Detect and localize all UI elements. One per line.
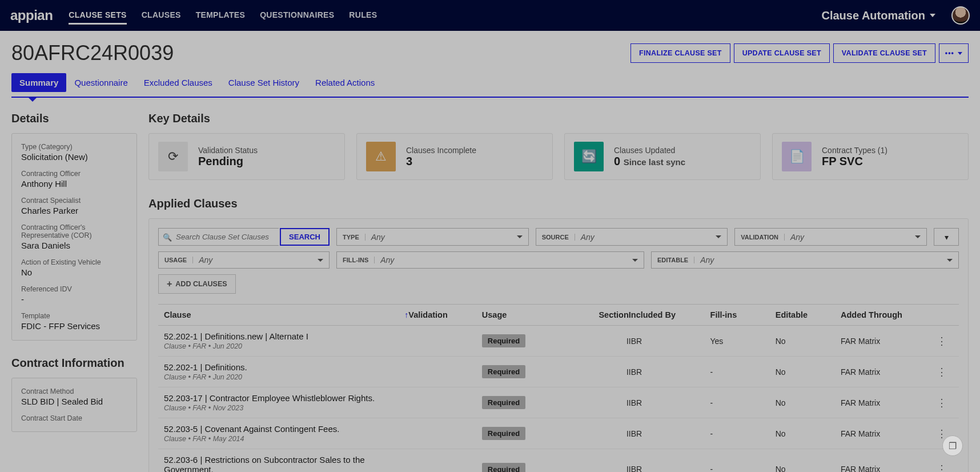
sync-icon: 🔄	[574, 142, 604, 171]
filter-label: TYPE	[343, 234, 366, 241]
detail-label: Contract Start Date	[21, 414, 127, 422]
clauses-table: Clause ↑ Validation Usage Section Includ…	[158, 304, 959, 472]
table-row[interactable]: 52.203-6 | Restrictions on Subcontractor…	[158, 449, 959, 472]
fillins-filter[interactable]: FILL-INS Any	[336, 251, 644, 269]
row-menu-button[interactable]: ⋮	[930, 335, 953, 347]
key-detail-card: 🔄Clauses Updated0 Since last sync	[564, 133, 761, 180]
app-switcher[interactable]: Clause Automation	[822, 9, 936, 22]
nav-item-rules[interactable]: RULES	[349, 7, 377, 25]
cell-included-by: IBR	[629, 429, 710, 438]
more-actions-button[interactable]: •••	[939, 43, 969, 63]
kd-label: Contract Types (1)	[822, 146, 887, 155]
cell-editable: No	[776, 337, 841, 346]
search-button[interactable]: SEARCH	[280, 228, 330, 246]
finalize-clause-set-button[interactable]: FINALIZE CLAUSE SET	[630, 43, 730, 63]
filter-label: EDITABLE	[657, 257, 694, 263]
chevron-down-icon	[716, 235, 721, 238]
usage-badge: Required	[482, 334, 525, 347]
cell-added-through: FAR Matrix	[841, 337, 930, 346]
cell-included-by: IBR	[629, 367, 710, 377]
funnel-icon: ▾	[945, 233, 949, 242]
row-menu-button[interactable]: ⋮	[930, 366, 953, 378]
key-details-row: ⟳Validation StatusPending⚠Clauses Incomp…	[148, 133, 969, 180]
cell-included-by: IBR	[629, 465, 710, 472]
clause-title: 52.203-17 | Contractor Employee Whistleb…	[164, 393, 408, 403]
kd-value: Pending	[198, 155, 258, 168]
col-usage[interactable]: Usage	[482, 310, 564, 319]
detail-label: Contracting Officer's Representative (CO…	[21, 223, 127, 239]
col-included-by[interactable]: Included By	[629, 310, 710, 319]
validate-clause-set-button[interactable]: VALIDATE CLAUSE SET	[833, 43, 935, 63]
detail-label: Template	[21, 312, 127, 320]
detail-value: Anthony Hill	[21, 179, 127, 189]
record-tabs: SummaryQuestionnaireExcluded ClausesClau…	[0, 73, 980, 93]
clause-title: 52.203-6 | Restrictions on Subcontractor…	[164, 455, 408, 472]
chevron-down-icon	[517, 235, 523, 238]
table-row[interactable]: 52.202-1 | Definitions.Clause • FAR • Ju…	[158, 357, 959, 387]
clause-title: 52.202-1 | Definitions.new | Alternate I	[164, 331, 408, 341]
detail-label: Contract Specialist	[21, 197, 127, 205]
tab-excluded-clauses[interactable]: Excluded Clauses	[136, 73, 220, 92]
tab-clause-set-history[interactable]: Clause Set History	[220, 73, 307, 92]
clause-subtitle: Clause • FAR • Jun 2020	[164, 342, 408, 350]
clause-subtitle: Clause • FAR • May 2014	[164, 435, 408, 443]
table-row[interactable]: 52.203-5 | Covenant Against Contingent F…	[158, 418, 959, 449]
detail-label: Type (Category)	[21, 143, 127, 151]
filter-toggle-button[interactable]: ▾	[934, 228, 959, 246]
nav-items: CLAUSE SETSCLAUSESTEMPLATESQUESTIONNAIRE…	[69, 7, 377, 25]
col-section[interactable]: Section	[564, 310, 629, 319]
search-input[interactable]	[158, 228, 279, 246]
table-header: Clause ↑ Validation Usage Section Includ…	[158, 304, 959, 326]
detail-value: Solicitation (New)	[21, 152, 127, 162]
chevron-down-icon	[958, 52, 962, 55]
usage-badge: Required	[482, 427, 525, 440]
col-validation[interactable]: Validation	[408, 310, 481, 319]
cell-added-through: FAR Matrix	[841, 465, 930, 472]
brand-logo[interactable]: appian	[10, 7, 53, 23]
avatar[interactable]	[951, 6, 970, 25]
top-navbar: appian CLAUSE SETSCLAUSESTEMPLATESQUESTI…	[0, 0, 980, 31]
cell-section: I	[564, 367, 629, 377]
tab-questionnaire[interactable]: Questionnaire	[66, 73, 135, 92]
tab-summary[interactable]: Summary	[11, 73, 66, 92]
details-card: Type (Category)Solicitation (New)Contrac…	[11, 133, 137, 341]
update-clause-set-button[interactable]: UPDATE CLAUSE SET	[734, 43, 830, 63]
nav-item-templates[interactable]: TEMPLATES	[196, 7, 245, 25]
editable-filter[interactable]: EDITABLE Any	[651, 251, 959, 269]
type-filter[interactable]: TYPE Any	[336, 228, 529, 246]
table-row[interactable]: 52.202-1 | Definitions.new | Alternate I…	[158, 326, 959, 357]
table-row[interactable]: 52.203-17 | Contractor Employee Whistleb…	[158, 387, 959, 418]
validation-filter[interactable]: VALIDATION Any	[734, 228, 927, 246]
chevron-down-icon	[318, 259, 323, 262]
row-menu-button[interactable]: ⋮	[930, 397, 953, 409]
row-menu-button[interactable]: ⋮	[930, 463, 953, 472]
tab-related-actions[interactable]: Related Actions	[307, 73, 383, 92]
filter-label: VALIDATION	[741, 234, 785, 241]
nav-item-clause-sets[interactable]: CLAUSE SETS	[69, 7, 126, 25]
add-clauses-label: ADD CLAUSES	[175, 280, 227, 288]
col-added-through[interactable]: Added Through	[841, 310, 930, 319]
filter-label: FILL-INS	[343, 257, 375, 263]
help-fab[interactable]: ❐	[942, 435, 963, 456]
usage-badge: Required	[482, 365, 525, 378]
cell-included-by: IBR	[629, 398, 710, 407]
add-clauses-button[interactable]: + ADD CLAUSES	[158, 274, 236, 294]
contract-info-heading: Contract Information	[11, 357, 137, 370]
source-filter[interactable]: SOURCE Any	[536, 228, 728, 246]
detail-value: SLD BID | Sealed Bid	[21, 397, 127, 406]
kd-label: Clauses Incomplete	[406, 146, 476, 155]
usage-filter[interactable]: USAGE Any	[158, 251, 330, 269]
filter-label: SOURCE	[542, 234, 575, 241]
col-fillins[interactable]: Fill-ins	[710, 310, 776, 319]
detail-value: FDIC - FFP Services	[21, 321, 127, 331]
usage-badge: Required	[482, 396, 525, 409]
nav-item-questionnaires[interactable]: QUESTIONNAIRES	[260, 7, 334, 25]
plus-icon: +	[167, 279, 172, 289]
col-clause[interactable]: Clause ↑	[164, 310, 408, 319]
nav-item-clauses[interactable]: CLAUSES	[142, 7, 181, 25]
clause-subtitle: Clause • FAR • Jun 2020	[164, 373, 408, 381]
cell-editable: No	[776, 398, 841, 407]
filter-value: Any	[790, 233, 909, 242]
cell-added-through: FAR Matrix	[841, 398, 930, 407]
col-editable[interactable]: Editable	[776, 310, 841, 319]
